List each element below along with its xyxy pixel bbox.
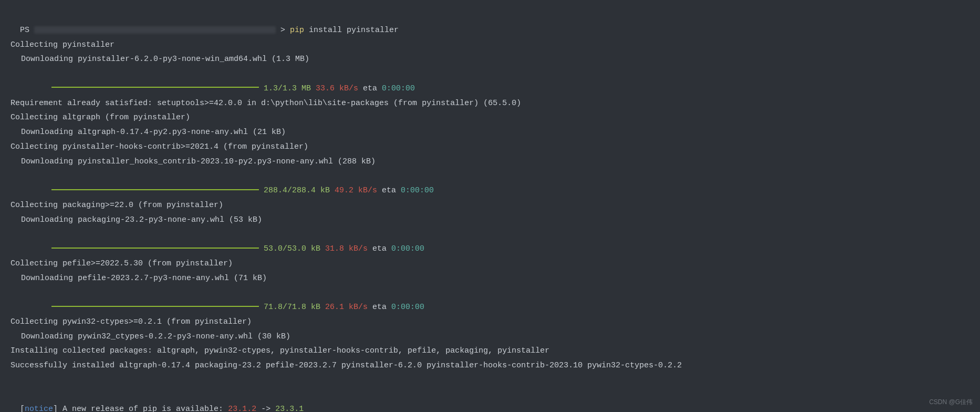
- notice-line: [notice] A new release of pip is availab…: [11, 388, 969, 413]
- progress-rate: 49.2 kB/s: [335, 186, 377, 195]
- progress-bar-icon: [51, 248, 259, 249]
- output-line: Collecting pyinstaller-hooks-contrib>=20…: [11, 140, 969, 154]
- progress-size: 71.8/71.8 kB: [264, 303, 320, 312]
- output-line: Downloading pyinstaller-6.2.0-py3-none-w…: [21, 52, 969, 67]
- progress-rate: 31.8 kB/s: [325, 244, 368, 253]
- cmd-args: install pyinstaller: [304, 26, 399, 35]
- output-line: Installing collected packages: altgraph,…: [11, 344, 969, 358]
- progress-line: 71.8/71.8 kB 26.1 kB/s eta 0:00:00: [42, 285, 969, 315]
- prompt-prefix: PS: [20, 26, 34, 35]
- output-line: Downloading packaging-23.2-py3-none-any.…: [21, 213, 969, 228]
- eta-value: 0:00:00: [391, 303, 424, 312]
- progress-size: 1.3/1.3 MB: [264, 84, 311, 93]
- eta-value: 0:00:00: [382, 84, 415, 93]
- progress-size: 288.4/288.4 kB: [264, 186, 330, 195]
- output-line: Downloading pyinstaller_hooks_contrib-20…: [21, 154, 969, 169]
- output-line: Collecting altgraph (from pyinstaller): [11, 110, 969, 125]
- notice-old: 23.1.2: [228, 405, 256, 412]
- notice-word: notice: [25, 405, 53, 412]
- eta-label: eta: [377, 186, 401, 195]
- output-line: Successfully installed altgraph-0.17.4 p…: [11, 358, 969, 373]
- progress-rate: 33.6 kB/s: [316, 84, 358, 93]
- progress-bar-icon: [51, 87, 259, 88]
- output-line: Downloading pywin32_ctypes-0.2.2-py3-non…: [21, 329, 969, 344]
- bracket-open: [: [20, 405, 25, 412]
- notice-arrow: ->: [256, 405, 275, 412]
- eta-value: 0:00:00: [391, 244, 424, 253]
- cmd-pip: pip: [290, 26, 304, 35]
- eta-label: eta: [368, 303, 391, 312]
- watermark: CSDN @G佳伟: [929, 396, 973, 408]
- output-line: Requirement already satisfied: setuptool…: [11, 96, 969, 111]
- output-line: Downloading altgraph-0.17.4-py2.py3-none…: [21, 125, 969, 140]
- output-line: Collecting pyinstaller: [11, 38, 969, 53]
- bracket-close: ]: [53, 405, 58, 412]
- progress-bar-icon: [51, 306, 259, 307]
- progress-line: 53.0/53.0 kB 31.8 kB/s eta 0:00:00: [42, 227, 969, 256]
- prompt-line[interactable]: PS > pip install pyinstaller: [11, 8, 969, 38]
- eta-label: eta: [358, 84, 382, 93]
- eta-label: eta: [368, 244, 391, 253]
- progress-size: 53.0/53.0 kB: [264, 244, 320, 253]
- blank-line: [11, 373, 969, 388]
- output-line: Collecting packaging>=22.0 (from pyinsta…: [11, 198, 969, 213]
- output-line: Collecting pefile>=2022.5.30 (from pyins…: [11, 256, 969, 271]
- notice-text: A new release of pip is available:: [58, 405, 228, 412]
- output-line: Downloading pefile-2023.2.7-py3-none-any…: [21, 271, 969, 286]
- redacted-path: [34, 26, 276, 34]
- eta-value: 0:00:00: [401, 186, 434, 195]
- output-line: Collecting pywin32-ctypes>=0.2.1 (from p…: [11, 315, 969, 329]
- progress-rate: 26.1 kB/s: [325, 303, 368, 312]
- progress-bar-icon: [51, 189, 259, 190]
- progress-line: 1.3/1.3 MB 33.6 kB/s eta 0:00:00: [42, 67, 969, 96]
- prompt-chevron: >: [276, 26, 290, 35]
- progress-line: 288.4/288.4 kB 49.2 kB/s eta 0:00:00: [42, 169, 969, 198]
- notice-new: 23.3.1: [275, 405, 304, 412]
